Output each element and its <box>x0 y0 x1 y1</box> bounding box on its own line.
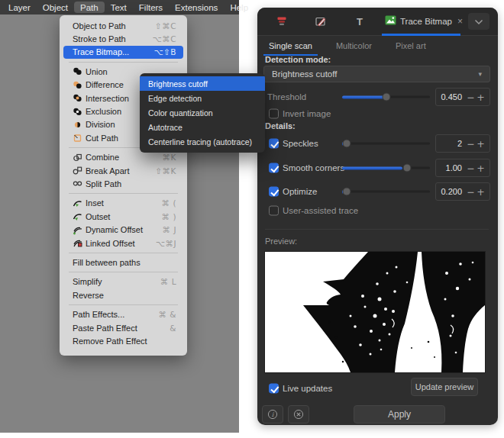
menu-item-label: Break Apart <box>86 166 155 176</box>
cancel-button[interactable] <box>288 405 309 424</box>
menu-item-shortcut: ⌘ ) <box>162 212 176 221</box>
update-preview-button[interactable]: Update preview <box>411 378 478 396</box>
menu-item-label: Reverse <box>73 291 176 300</box>
menu-item-shortcut: ⇧⌘C <box>155 21 176 31</box>
menu-item[interactable]: Inset ⌘ ( <box>63 197 183 210</box>
submenu-item[interactable]: Autotrace <box>140 120 265 134</box>
dock-tab-trace-bitmap[interactable]: Trace Bitmap × <box>382 8 466 35</box>
pencil-icon <box>315 15 327 27</box>
increment-button[interactable]: + <box>476 138 486 150</box>
menu-item[interactable]: Split Path <box>63 177 183 190</box>
menu-item[interactable]: Outset ⌘ ) <box>63 210 183 223</box>
scan-tab[interactable]: Pixel art <box>390 40 431 56</box>
menu-item-label: Combine <box>86 153 163 162</box>
threshold-slider[interactable] <box>342 93 430 101</box>
decrement-button[interactable]: − <box>466 163 476 174</box>
menubar-item[interactable]: Object <box>37 2 74 13</box>
menu-item-label: Path Effects... <box>73 310 158 319</box>
user-assisted-checkbox[interactable] <box>269 206 279 216</box>
dock-menu-button[interactable] <box>468 13 489 30</box>
menu-item-label: Remove Path Effect <box>73 337 176 346</box>
decrement-button[interactable]: − <box>466 92 476 103</box>
menu-item[interactable]: Trace Bitmap... ⌥⇧B <box>63 46 183 59</box>
submenu-item[interactable]: Centerline tracing (autotrace) <box>140 134 265 149</box>
decrement-button[interactable]: − <box>466 186 476 198</box>
break-apart-icon <box>73 166 82 176</box>
detail-row: Optimize 0.200 − + <box>257 182 498 201</box>
detail-value[interactable]: 0.200 <box>440 187 466 196</box>
scan-tab[interactable]: Multicolor <box>331 40 377 56</box>
dock-tab-text[interactable]: T <box>351 14 368 29</box>
detail-slider[interactable] <box>342 164 430 172</box>
increment-button[interactable]: + <box>476 92 486 103</box>
submenu-item[interactable]: Color quantization <box>140 105 265 120</box>
submenu-item[interactable]: Edge detection <box>140 91 265 105</box>
menu-item-shortcut: & <box>170 324 176 333</box>
menu-item[interactable]: Break Apart ⇧⌘K <box>63 164 183 177</box>
menu-item[interactable]: Combine ⌘K <box>63 151 183 164</box>
menu-item[interactable]: Linked Offset ⌥⌘J <box>63 237 183 250</box>
menu-item[interactable]: Simplify ⌘ L <box>63 275 183 288</box>
slider-thumb[interactable] <box>382 93 390 101</box>
detail-slider[interactable] <box>342 188 430 196</box>
user-assisted-row: User-assisted trace <box>257 205 498 217</box>
live-updates-label: Live updates <box>283 384 332 393</box>
menu-item-shortcut: ⌘K <box>163 153 176 162</box>
menu-item[interactable]: Paste Path Effect & <box>63 321 183 334</box>
menu-item[interactable]: Path Effects... ⌘ & <box>63 308 183 320</box>
submenu-item[interactable]: Brightness cutoff <box>140 76 265 91</box>
threshold-row: Threshold 0.450 − + <box>257 88 498 106</box>
menu-separator <box>69 269 178 275</box>
menu-item-shortcut: ⌘ & <box>158 310 176 319</box>
threshold-value[interactable]: 0.450 <box>440 92 466 101</box>
menu-item[interactable]: Reverse <box>63 288 183 301</box>
menu-item[interactable]: Fill between paths <box>63 256 183 269</box>
detail-checkbox[interactable] <box>269 163 279 173</box>
menu-item[interactable]: Stroke to Path ⌥⌘C <box>63 32 183 45</box>
menubar-item[interactable]: Filters <box>133 2 169 13</box>
menu-item-label: Stroke to Path <box>73 34 153 43</box>
menu-item-label: Split Path <box>86 179 176 188</box>
apply-button[interactable]: Apply <box>354 405 445 424</box>
detail-value[interactable]: 2 <box>440 139 466 148</box>
slider-thumb[interactable] <box>403 164 412 172</box>
slider-thumb[interactable] <box>342 188 351 196</box>
menu-item[interactable]: Remove Path Effect <box>63 334 183 347</box>
menu-item-shortcut: ⇧⌘K <box>155 166 176 176</box>
menu-separator <box>69 301 178 308</box>
slider-track[interactable] <box>342 143 430 145</box>
increment-button[interactable]: + <box>476 163 486 174</box>
trace-preview-image <box>264 251 486 373</box>
slider-track[interactable] <box>342 191 430 193</box>
live-updates-checkbox[interactable] <box>269 384 279 394</box>
invert-image-row: Invert image <box>257 108 498 120</box>
detail-slider[interactable] <box>342 140 430 148</box>
slider-thumb[interactable] <box>342 140 351 148</box>
decrement-button[interactable]: − <box>466 138 476 150</box>
dropdown-value: Brightness cutoff <box>272 69 337 79</box>
svg-text:T: T <box>357 16 363 27</box>
menubar: Layer Object Path Text Filters Extension… <box>0 0 239 14</box>
scan-tab[interactable]: Single scan <box>263 40 318 56</box>
menubar-item[interactable]: Text <box>105 2 133 13</box>
menubar-item[interactable]: Extensions <box>169 2 224 13</box>
detail-checkbox[interactable] <box>269 139 279 149</box>
intersection-icon <box>73 93 82 103</box>
trace-bitmap-panel: T Trace Bitmap × Single scan Multicolor … <box>257 8 498 425</box>
menu-item[interactable]: Dynamic Offset ⌘ J <box>63 223 183 236</box>
menu-item[interactable]: Object to Path ⇧⌘C <box>63 19 183 32</box>
tab-close-icon[interactable]: × <box>457 16 463 27</box>
detection-mode-dropdown[interactable]: Brightness cutoff ▾ <box>263 66 490 82</box>
info-button[interactable]: i <box>262 405 283 424</box>
dock-tab-layers[interactable] <box>273 14 290 29</box>
menubar-item[interactable]: Path <box>74 2 105 13</box>
details-label: Details: <box>265 121 296 130</box>
menubar-item[interactable]: Help <box>224 2 254 13</box>
detail-value[interactable]: 1.00 <box>440 163 466 172</box>
detail-checkbox[interactable] <box>269 187 279 197</box>
dock-tab-edit[interactable] <box>312 14 329 29</box>
menubar-item[interactable]: Layer <box>2 2 37 13</box>
increment-button[interactable]: + <box>476 186 486 198</box>
menu-separator <box>69 59 178 65</box>
invert-image-checkbox[interactable] <box>269 109 279 119</box>
